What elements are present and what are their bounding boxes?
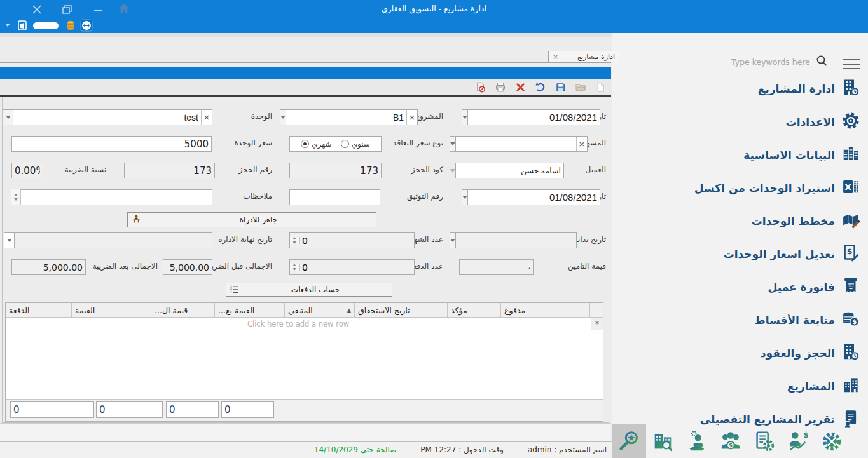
insurance-value-input	[459, 259, 534, 275]
project-input[interactable]	[286, 112, 406, 123]
tools-settings-icon[interactable]	[815, 424, 848, 458]
open-folder-icon[interactable]	[575, 81, 586, 95]
booking-date-dropdown-icon[interactable]	[462, 109, 467, 125]
marketer-combo[interactable]: ×	[450, 136, 534, 152]
login-time: وقت الدخول : PM 12:27	[420, 445, 503, 454]
unit-clear-icon[interactable]: ×	[201, 110, 212, 125]
sales-agent-icon[interactable]: $	[781, 424, 815, 458]
marketer-dropdown-icon[interactable]	[450, 136, 455, 152]
sidebar-item-import-excel[interactable]: استيراد الوحدات من اكسل X	[612, 172, 868, 205]
price-edit-icon: $	[841, 243, 860, 265]
column-header-value[interactable]: القيمة	[72, 303, 151, 317]
unit-price-input[interactable]	[11, 136, 212, 152]
client-care-icon[interactable]	[680, 424, 713, 458]
column-header-value-after[interactable]: القيمة بع...	[215, 303, 285, 317]
summary-input-4[interactable]	[221, 401, 274, 418]
notes-scroll-icons[interactable]	[11, 189, 21, 205]
client-label: العميل	[586, 165, 606, 174]
sidebar-item-edit-unit-prices[interactable]: تعديل اسعار الوحدات $	[612, 238, 868, 271]
payments-spin-icons[interactable]	[290, 264, 300, 271]
sidebar-item-basic-data[interactable]: البيانات الاساسية	[612, 138, 868, 172]
mgmt-start-dropdown-icon[interactable]	[450, 232, 455, 248]
grid-add-row[interactable]: Click here to add a new row *	[6, 318, 603, 330]
projects-search-icon[interactable]	[646, 424, 680, 458]
unit-dropdown-icon[interactable]	[3, 109, 13, 125]
building-clock-icon	[841, 342, 860, 364]
column-header-paid[interactable]: مدفوع	[501, 303, 590, 317]
document-settings-icon[interactable]	[747, 424, 781, 458]
radio-monthly[interactable]: شهري	[301, 140, 332, 149]
delete-icon[interactable]	[515, 82, 526, 95]
project-clear-icon[interactable]: ×	[406, 110, 417, 125]
doc-date-field[interactable]	[462, 189, 534, 205]
client-combo[interactable]	[450, 163, 534, 178]
contract-price-type-label: نوع سعر التعاقد	[393, 138, 443, 147]
sidebar-item-projects[interactable]: المشاريع	[612, 370, 868, 403]
mgmt-end-date-combo[interactable]	[4, 232, 212, 248]
unit-input[interactable]	[13, 112, 201, 123]
booking-date-input[interactable]	[468, 112, 600, 123]
months-spin-icons[interactable]	[290, 237, 300, 244]
summary-input-1[interactable]	[10, 401, 94, 418]
booking-date-field[interactable]	[462, 109, 534, 125]
radio-yearly[interactable]: سنوي	[341, 140, 370, 149]
sidebar-item-projects-management[interactable]: ادارة المشاريع	[612, 72, 868, 105]
content-panel: × ادارة مشاريع تاريخ الحجز المشروع × الو…	[0, 51, 611, 422]
tab-close-icon[interactable]: ×	[553, 53, 558, 61]
notes-label: ملاحظات	[243, 192, 272, 201]
customers-group-icon[interactable]: $	[713, 424, 747, 458]
cancel-print-icon[interactable]	[474, 81, 486, 95]
new-row-marker: *	[591, 318, 603, 330]
total-after-tax-value	[11, 259, 86, 275]
database-coins-icon[interactable]	[65, 20, 76, 34]
ready-for-management-button[interactable]: جاهز للادراة	[127, 212, 376, 227]
marketer-clear-icon[interactable]: ×	[576, 137, 587, 151]
column-header-remaining[interactable]: ▲ المتبقي	[285, 303, 355, 317]
payments-count-spinner[interactable]	[289, 259, 380, 275]
client-dropdown-icon[interactable]	[450, 163, 455, 178]
sidebar-item-units-map[interactable]: مخطط الوحدات	[612, 205, 868, 238]
search-icon[interactable]	[815, 55, 828, 70]
column-header-value-of[interactable]: قيمة ال...	[151, 303, 215, 317]
mgmt-start-date-combo[interactable]	[450, 232, 534, 248]
mgmt-end-dropdown-icon[interactable]	[4, 232, 14, 248]
doc-date-dropdown-icon[interactable]	[462, 189, 467, 205]
notes-input[interactable]	[21, 187, 212, 208]
sidebar-item-settings[interactable]: الاعدادات	[612, 105, 868, 138]
doc-date-input[interactable]	[468, 192, 600, 203]
radio-monthly-icon[interactable]	[301, 140, 309, 148]
project-dropdown-icon[interactable]	[280, 109, 286, 125]
project-combo[interactable]: ×	[280, 109, 382, 125]
column-header-due-date[interactable]: تاريخ الاستحقاق	[355, 303, 448, 317]
notes-field[interactable]	[11, 189, 212, 205]
app-logo[interactable]	[33, 22, 59, 29]
sidebar-item-client-invoice[interactable]: فاتورة عميل $	[612, 271, 868, 304]
sidebar-item-installments[interactable]: متابعة الأقساط $	[612, 304, 868, 337]
booking-code-label: كود الحجز	[411, 165, 443, 174]
save-icon[interactable]	[555, 82, 566, 95]
new-document-icon[interactable]	[595, 82, 606, 95]
doc-number-input[interactable]	[289, 189, 380, 205]
months-count-spinner[interactable]	[289, 232, 380, 248]
print-icon[interactable]	[495, 81, 506, 95]
sidebar-item-booking-contracts[interactable]: الحجز والعقود	[612, 337, 868, 370]
qat-dropdown-icon[interactable]	[5, 24, 10, 27]
client-input[interactable]	[456, 166, 563, 175]
search-input[interactable]: Type keywords here	[731, 57, 810, 67]
tab-projects-management[interactable]: × ادارة مشاريع	[548, 51, 619, 62]
radio-yearly-icon[interactable]	[341, 140, 349, 148]
teamviewer-icon[interactable]	[80, 19, 93, 34]
marketer-input[interactable]	[456, 139, 576, 149]
summary-input-2[interactable]	[96, 401, 163, 418]
unit-combo[interactable]: ×	[3, 109, 212, 125]
add-row-text[interactable]: Click here to add a new row	[6, 318, 591, 330]
summary-input-3[interactable]	[166, 401, 219, 418]
undo-icon[interactable]	[535, 81, 546, 95]
search-star-icon[interactable]	[612, 424, 646, 458]
calculate-payments-button[interactable]: 1a1 حساب الدفعات	[226, 283, 392, 297]
column-header-payment[interactable]: الدفعة	[6, 303, 72, 317]
column-header-confirmed[interactable]: مؤكد	[448, 303, 501, 317]
grid-body-empty[interactable]	[6, 330, 603, 402]
office-app-icon[interactable]	[17, 20, 28, 34]
menu-icon[interactable]	[843, 56, 860, 72]
